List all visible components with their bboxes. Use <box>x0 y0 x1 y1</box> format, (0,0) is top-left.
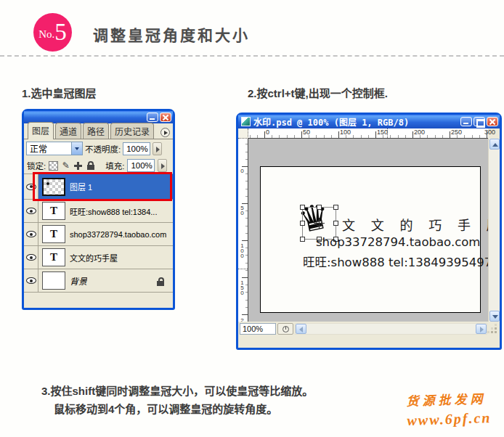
layer-name: 旺旺:show888 tel:1384... <box>70 205 157 217</box>
blend-mode-row: 正常 不透明度: 100% <box>24 139 173 158</box>
ruler-tick-label: 50 <box>239 205 245 215</box>
status-bar: 100% <box>238 322 500 336</box>
tab-channels[interactable]: 通道 <box>55 123 81 139</box>
site-watermark-url: www.6pf.cn <box>407 409 492 429</box>
zoom-level-field[interactable]: 100% <box>240 323 276 335</box>
blend-mode-value: 正常 <box>30 142 47 155</box>
psd-file-icon <box>241 117 251 126</box>
fill-arrow-icon[interactable] <box>158 159 167 172</box>
text-layer-thumbnail[interactable]: T <box>42 248 65 266</box>
page-title: 调整皇冠角度和大小 <box>93 23 250 45</box>
tab-paths[interactable]: 路径 <box>83 123 109 139</box>
highlight-rectangle <box>33 172 172 201</box>
document-title: 水印.psd @ 100% (图层 1, RGB/8) <box>253 115 409 128</box>
canvas[interactable]: ♛ 文 文 的 巧 手 屋 shop33728794.taobao.com <box>260 166 481 313</box>
watermark-text-url: shop33728794.taobao.com <box>316 235 480 249</box>
ruler-tick-label: 150 <box>239 279 245 295</box>
fill-field[interactable]: 100% <box>127 159 155 172</box>
scroll-left-icon[interactable] <box>296 324 306 334</box>
layer-name: shop33728794.taobao.com <box>70 230 166 239</box>
lock-label: 锁定: <box>27 160 46 171</box>
text-layer-thumbnail[interactable]: T <box>42 225 65 243</box>
resize-grip[interactable] <box>489 323 498 335</box>
opacity-label: 不透明度: <box>85 143 121 155</box>
step3-line2: 鼠标移动到4个角，可以调整皇冠的旋转角度。 <box>54 401 277 416</box>
minimize-button[interactable] <box>147 113 158 122</box>
lock-all-icon[interactable] <box>86 161 95 171</box>
eye-icon <box>26 254 36 261</box>
cursor-position-marker <box>238 269 248 269</box>
opacity-field[interactable]: 100% <box>123 142 150 155</box>
document-window: 水印.psd @ 100% (图层 1, RGB/8) 0 50 100 150… <box>236 113 502 350</box>
panel-menu-icon[interactable] <box>160 128 170 137</box>
background-thumbnail[interactable] <box>42 271 65 290</box>
pasteboard: ♛ 文 文 的 巧 手 屋 shop33728794.taobao.com <box>248 139 488 322</box>
panel-tabs: 图层 通道 路径 历史记录 <box>24 123 173 139</box>
lock-paint-icon[interactable]: ✎ <box>61 161 70 171</box>
transform-handle[interactable] <box>300 221 305 226</box>
transform-handle[interactable] <box>300 237 305 242</box>
ruler-tick-label: 150 <box>377 128 388 136</box>
chevron-down-icon[interactable] <box>71 142 82 155</box>
minimize-button[interactable] <box>460 117 472 126</box>
layer-name: 文文的巧手屋 <box>70 252 118 264</box>
layers-list: 图层 1 T 旺旺:show888 tel:1384... T shop3372… <box>24 174 173 293</box>
watermark-text-contact: 旺旺:show888 tel:13849395497 <box>303 253 492 270</box>
badge-number: 5 <box>54 20 67 44</box>
ruler-tick-label: 250 <box>451 128 462 136</box>
ruler-tick-label: 100 <box>340 128 351 136</box>
step-number-badge: No. 5 <box>33 13 72 52</box>
maximize-button[interactable] <box>473 117 485 126</box>
transform-handle[interactable] <box>333 221 338 226</box>
tab-layers[interactable]: 图层 <box>28 122 54 139</box>
layer-name: 背景 <box>70 274 87 287</box>
layer-row-shop[interactable]: T shop33728794.taobao.com <box>24 223 173 246</box>
cursor-position-marker <box>387 128 388 138</box>
transform-handle[interactable] <box>333 205 338 210</box>
eye-icon <box>26 231 36 237</box>
ruler-tick-label: 100 <box>239 242 245 258</box>
vertical-ruler: 0 50 100 150 200 <box>238 139 248 322</box>
scroll-right-icon[interactable] <box>476 324 487 334</box>
transform-handle[interactable] <box>300 205 305 210</box>
visibility-toggle[interactable] <box>24 246 38 269</box>
lock-icon <box>157 276 164 289</box>
step1-label: 1.选中皇冠图层 <box>22 85 97 100</box>
opacity-arrow-icon[interactable] <box>153 142 162 155</box>
scroll-up-icon[interactable] <box>489 139 500 150</box>
scroll-down-icon[interactable] <box>489 311 500 322</box>
fill-label: 填充: <box>105 160 124 171</box>
ruler-tick-label: 0 <box>266 128 269 136</box>
close-icon[interactable] <box>160 113 171 122</box>
close-icon[interactable] <box>487 117 498 126</box>
horizontal-scrollbar[interactable] <box>295 323 487 335</box>
text-layer-thumbnail[interactable]: T <box>42 202 65 220</box>
horizontal-ruler: 0 50 100 150 200 250 300 <box>248 128 488 139</box>
step3-line1: 3.按住shift键同时调整皇冠大小，可以使皇冠等比缩放。 <box>41 383 313 398</box>
badge-prefix: No. <box>38 28 54 41</box>
ruler-tick-label: 200 <box>414 128 425 136</box>
blend-mode-select[interactable]: 正常 <box>26 142 83 155</box>
document-titlebar: 水印.psd @ 100% (图层 1, RGB/8) <box>238 115 500 128</box>
layer-row-shopname[interactable]: T 文文的巧手屋 <box>24 246 173 269</box>
site-watermark-name: 货源批发网 <box>406 388 491 409</box>
status-info-button[interactable] <box>277 323 293 335</box>
transform-handle[interactable] <box>317 205 322 210</box>
document-body: 0 50 100 150 200 250 300 0 50 100 150 20… <box>238 128 500 336</box>
separator-line <box>0 55 504 57</box>
vertical-scrollbar[interactable] <box>488 139 500 322</box>
transform-center-point[interactable] <box>316 220 322 226</box>
visibility-toggle[interactable] <box>24 269 38 292</box>
tab-history[interactable]: 历史记录 <box>110 123 154 139</box>
layer-row-wangwang[interactable]: T 旺旺:show888 tel:1384... <box>24 200 173 223</box>
visibility-toggle[interactable] <box>24 223 38 245</box>
site-watermark: 货源批发网 www.6pf.cn <box>406 388 492 429</box>
ruler-tick-label: 300 <box>484 128 495 136</box>
visibility-toggle[interactable] <box>24 200 38 222</box>
layer-row-background[interactable]: 背景 <box>24 269 173 293</box>
watermark-text-shopname: 文 文 的 巧 手 屋 <box>342 215 500 234</box>
lock-transparency-icon[interactable] <box>49 161 58 171</box>
layers-panel: 图层 通道 路径 历史记录 正常 不透明度: 100% 锁定: ✎ 填充: 10… <box>22 109 175 310</box>
status-icon <box>283 326 289 332</box>
lock-position-icon[interactable] <box>73 161 83 171</box>
